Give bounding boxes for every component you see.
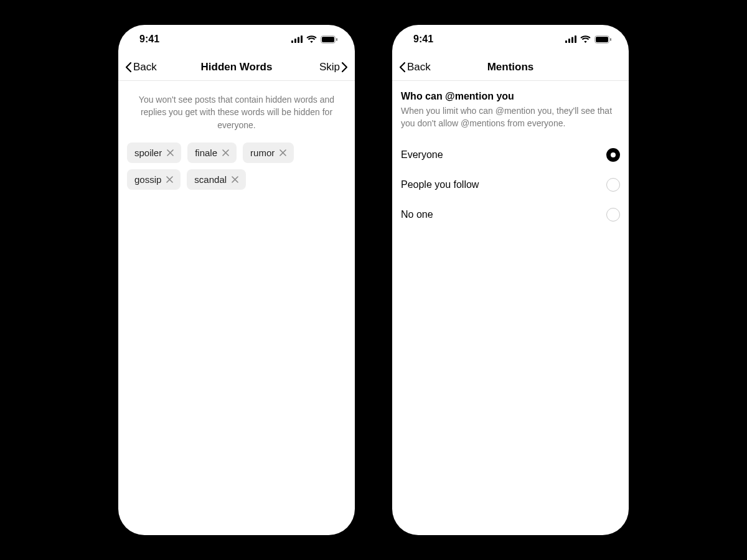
section-subtext: When you limit who can @mention you, the… — [401, 105, 620, 130]
phone-hidden-words: 9:41 Back Hidden Words Skip You won't se… — [118, 25, 355, 535]
close-icon[interactable] — [280, 149, 286, 156]
radio-icon[interactable] — [606, 178, 620, 192]
option-label: No one — [401, 209, 433, 220]
close-icon[interactable] — [222, 149, 229, 156]
chevron-right-icon — [341, 62, 349, 73]
back-label: Back — [407, 61, 431, 73]
section-heading: Who can @mention you — [401, 91, 620, 102]
nav-bar: Back Mentions — [392, 54, 629, 81]
back-button[interactable]: Back — [125, 61, 157, 73]
svg-rect-12 — [596, 37, 608, 42]
chevron-left-icon — [125, 62, 132, 73]
svg-rect-7 — [565, 40, 567, 43]
chevron-left-icon — [398, 62, 406, 73]
content-area: Who can @mention you When you limit who … — [392, 81, 629, 535]
mention-options-list: EveryonePeople you followNo one — [401, 140, 620, 230]
cellular-icon — [291, 35, 303, 43]
chip-label: scandal — [194, 174, 227, 185]
cellular-icon — [565, 35, 576, 43]
hidden-word-chip[interactable]: rumor — [243, 142, 294, 163]
nav-bar: Back Hidden Words Skip — [118, 54, 355, 81]
status-time: 9:41 — [413, 34, 433, 45]
svg-rect-13 — [610, 38, 611, 41]
hidden-word-chip[interactable]: gossip — [127, 169, 181, 190]
skip-button[interactable]: Skip — [319, 61, 349, 73]
mention-option-row[interactable]: People you follow — [401, 170, 620, 200]
svg-rect-2 — [298, 37, 299, 44]
svg-rect-0 — [291, 40, 293, 43]
wifi-icon — [306, 35, 317, 43]
page-title: Mentions — [487, 61, 534, 73]
hidden-words-chips: spoilerfinalerumorgossipscandal — [127, 142, 346, 190]
radio-icon[interactable] — [606, 208, 620, 222]
back-button[interactable]: Back — [398, 61, 431, 73]
svg-rect-8 — [568, 39, 570, 43]
close-icon[interactable] — [166, 176, 173, 183]
hidden-word-chip[interactable]: finale — [187, 142, 237, 163]
chip-label: spoiler — [134, 147, 162, 158]
chip-label: finale — [195, 147, 217, 158]
close-icon[interactable] — [232, 176, 238, 183]
battery-icon — [594, 35, 611, 44]
mention-option-row[interactable]: Everyone — [401, 140, 620, 170]
skip-label: Skip — [319, 61, 340, 73]
phone-mentions: 9:41 Back Mentions Who can @mention you … — [392, 25, 629, 535]
svg-rect-9 — [571, 37, 573, 44]
chip-label: gossip — [134, 174, 161, 185]
back-label: Back — [133, 61, 157, 73]
status-bar: 9:41 — [392, 25, 629, 54]
content-area: You won't see posts that contain hidden … — [118, 81, 355, 535]
svg-rect-3 — [301, 35, 303, 43]
status-icons — [565, 35, 611, 44]
wifi-icon — [580, 35, 591, 43]
chip-label: rumor — [250, 147, 275, 158]
close-icon[interactable] — [167, 149, 174, 156]
radio-icon[interactable] — [606, 148, 620, 162]
svg-rect-5 — [322, 37, 334, 42]
status-icons — [291, 35, 337, 44]
hidden-word-chip[interactable]: spoiler — [127, 142, 181, 163]
description-text: You won't see posts that contain hidden … — [127, 91, 346, 142]
hidden-word-chip[interactable]: scandal — [187, 169, 246, 190]
status-bar: 9:41 — [118, 25, 355, 54]
page-title: Hidden Words — [201, 61, 273, 73]
mention-option-row[interactable]: No one — [401, 200, 620, 230]
svg-rect-6 — [336, 38, 337, 41]
option-label: Everyone — [401, 149, 443, 161]
svg-rect-10 — [575, 35, 576, 43]
option-label: People you follow — [401, 179, 479, 190]
status-time: 9:41 — [139, 34, 159, 45]
battery-icon — [321, 35, 337, 44]
svg-rect-1 — [294, 39, 296, 43]
